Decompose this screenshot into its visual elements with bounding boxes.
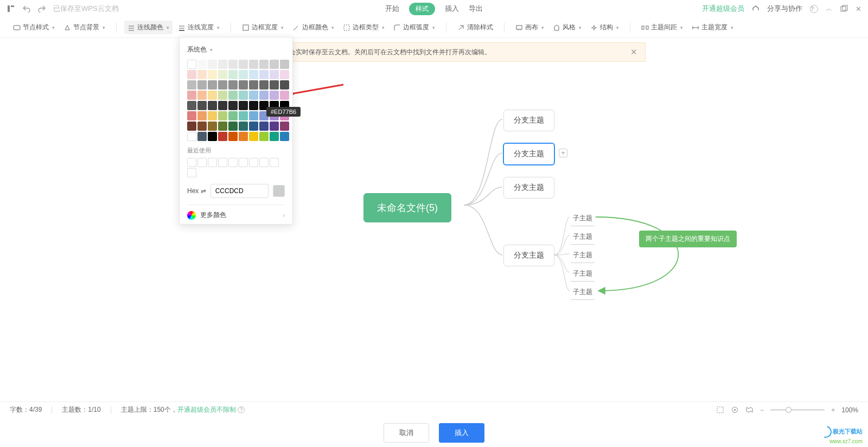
- color-swatch[interactable]: [280, 80, 289, 90]
- color-swatch[interactable]: [280, 60, 289, 69]
- expand-window-icon[interactable]: [840, 5, 848, 12]
- sub-node[interactable]: 子主题: [571, 229, 595, 245]
- color-swatch[interactable]: [197, 132, 207, 141]
- sub-node[interactable]: 子主题: [571, 266, 595, 282]
- color-swatch[interactable]: [259, 132, 269, 141]
- color-swatch[interactable]: [197, 91, 207, 100]
- color-swatch[interactable]: [239, 91, 248, 100]
- zoom-slider[interactable]: [770, 409, 825, 411]
- recent-swatch[interactable]: [259, 158, 269, 167]
- tb-structure[interactable]: 结构▾: [587, 21, 622, 34]
- locate-icon[interactable]: [716, 406, 724, 414]
- color-swatch[interactable]: [208, 111, 217, 120]
- color-swatch[interactable]: [228, 91, 238, 100]
- color-swatch[interactable]: [280, 91, 289, 100]
- sub-node[interactable]: 子主题: [571, 211, 595, 226]
- color-swatch[interactable]: [197, 101, 207, 110]
- color-swatch[interactable]: [259, 91, 269, 100]
- branch-node[interactable]: 分支主题: [503, 245, 554, 266]
- tb-topic-gap[interactable]: 主题间距▾: [638, 21, 686, 34]
- color-swatch[interactable]: [187, 122, 196, 131]
- close-icon[interactable]: ✕: [630, 47, 637, 57]
- color-swatch[interactable]: [187, 80, 196, 90]
- color-swatch[interactable]: [218, 101, 227, 110]
- color-swatch[interactable]: [218, 80, 227, 90]
- cancel-button[interactable]: 取消: [384, 423, 429, 443]
- color-swatch[interactable]: [208, 122, 217, 131]
- color-swatch[interactable]: [239, 122, 248, 131]
- tb-canvas[interactable]: 画布▾: [512, 21, 547, 34]
- color-swatch[interactable]: [208, 101, 217, 110]
- zoom-in-icon[interactable]: +: [831, 406, 835, 414]
- color-swatch[interactable]: [187, 132, 196, 141]
- color-swatch[interactable]: [280, 70, 289, 79]
- branch-node[interactable]: 分支主题: [503, 110, 554, 131]
- tab-style[interactable]: 样式: [409, 3, 435, 15]
- tb-border-width[interactable]: 边框宽度▾: [239, 21, 287, 34]
- color-swatch[interactable]: [270, 91, 279, 100]
- color-swatch[interactable]: [249, 111, 258, 120]
- color-swatch[interactable]: [259, 122, 269, 131]
- color-swatch[interactable]: [270, 60, 279, 69]
- root-node[interactable]: 未命名文件(5): [363, 193, 451, 222]
- vip-link[interactable]: 开通超级会员: [702, 4, 744, 14]
- color-swatch[interactable]: [270, 80, 279, 90]
- recent-swatch[interactable]: [239, 158, 248, 167]
- recent-swatch[interactable]: [228, 158, 238, 167]
- tb-border-radius[interactable]: 边框弧度▾: [390, 21, 438, 34]
- app-logo-icon[interactable]: [7, 4, 15, 13]
- recent-swatch[interactable]: [187, 158, 196, 167]
- color-swatch[interactable]: [249, 122, 258, 131]
- tab-export[interactable]: 导出: [469, 4, 483, 14]
- color-swatch[interactable]: [249, 70, 258, 79]
- color-swatch[interactable]: [228, 70, 238, 79]
- color-swatch[interactable]: [249, 91, 258, 100]
- color-swatch[interactable]: [228, 101, 238, 110]
- color-swatch[interactable]: [228, 132, 238, 141]
- color-swatch[interactable]: [239, 101, 248, 110]
- color-swatch[interactable]: [259, 60, 269, 69]
- center-icon[interactable]: [731, 406, 739, 414]
- color-swatch[interactable]: [239, 70, 248, 79]
- color-swatch[interactable]: [228, 60, 238, 69]
- color-swatch[interactable]: [208, 132, 217, 141]
- sub-node[interactable]: 子主题: [571, 285, 595, 300]
- color-swatch[interactable]: [259, 70, 269, 79]
- color-swatch[interactable]: [208, 80, 217, 90]
- tb-border-type[interactable]: 边框类型▾: [340, 21, 388, 34]
- map-icon[interactable]: [745, 406, 754, 414]
- share-link[interactable]: 分享与协作: [767, 4, 802, 14]
- tb-border-color[interactable]: 边框颜色▾: [289, 21, 337, 34]
- undo-icon[interactable]: [23, 5, 30, 12]
- color-swatch[interactable]: [218, 91, 227, 100]
- tab-insert[interactable]: 插入: [445, 4, 459, 14]
- color-swatch[interactable]: [208, 91, 217, 100]
- recent-swatch[interactable]: [270, 158, 279, 167]
- tb-line-color[interactable]: 连线颜色▾: [124, 21, 173, 34]
- hex-input[interactable]: [210, 184, 269, 198]
- color-swatch[interactable]: [228, 111, 238, 120]
- share-icon[interactable]: [752, 5, 760, 12]
- tb-theme[interactable]: 风格▾: [550, 21, 585, 34]
- color-swatch[interactable]: [270, 70, 279, 79]
- branch-node-selected[interactable]: 分支主题: [503, 143, 555, 165]
- recent-swatch[interactable]: [187, 168, 196, 177]
- branch-node[interactable]: 分支主题: [503, 177, 554, 199]
- color-swatch[interactable]: [208, 70, 217, 79]
- color-swatch[interactable]: [218, 60, 227, 69]
- color-swatch[interactable]: [270, 132, 279, 141]
- color-swatch[interactable]: [249, 101, 258, 110]
- color-swatch[interactable]: [239, 60, 248, 69]
- redo-icon[interactable]: [38, 5, 46, 12]
- more-colors[interactable]: 更多颜色 ›: [187, 205, 285, 220]
- color-swatch[interactable]: [208, 60, 217, 69]
- insert-button[interactable]: 插入: [439, 423, 484, 443]
- help-icon[interactable]: ?: [810, 5, 818, 13]
- color-swatch[interactable]: [187, 60, 196, 69]
- color-swatch[interactable]: [239, 111, 248, 120]
- sub-node[interactable]: 子主题: [571, 248, 595, 263]
- tb-topic-width[interactable]: 主题宽度▾: [688, 21, 737, 34]
- collapse-icon[interactable]: ︿: [826, 4, 833, 14]
- color-system-header[interactable]: 系统色▾: [187, 45, 285, 54]
- color-swatch[interactable]: [280, 132, 289, 141]
